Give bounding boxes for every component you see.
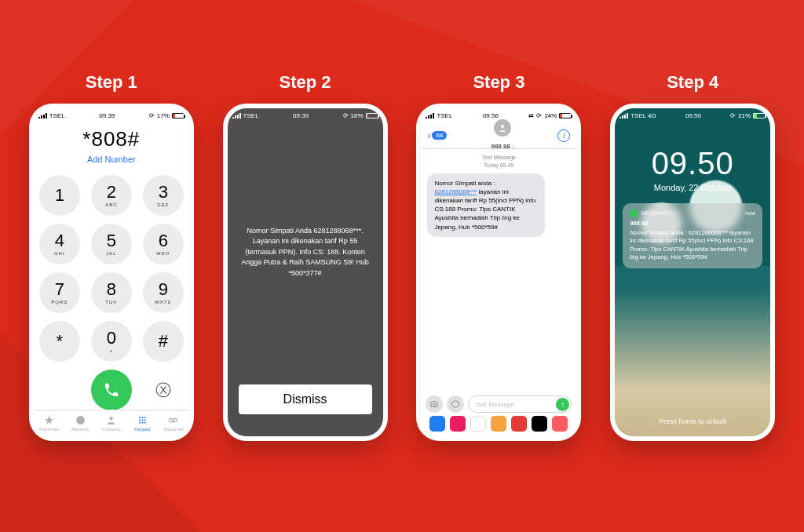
signal-icon [619,113,628,118]
delete-button[interactable]: ⓧ [143,370,184,410]
step-4-label: Step 4 [610,72,775,93]
tab-keypad[interactable]: Keypad [127,410,159,436]
dock-app-2[interactable] [470,416,486,432]
tab-bar: Favorites Recents Contacts Keypad Voicem… [34,410,189,436]
svg-point-0 [110,417,113,420]
tab-contacts[interactable]: Contacts [96,410,127,436]
messages-app-icon [630,210,638,217]
info-button[interactable]: i [557,129,570,142]
status-bar: TSEL 09.39 ⟳17% [34,108,189,122]
tab-voicemail[interactable]: Voicemail [158,410,189,436]
status-bar: TSEL 09.56 ⇄ ⟳24% [421,108,576,122]
svg-point-10 [170,418,173,421]
app-dock [421,414,576,433]
message-input[interactable]: Text Message↑ [468,395,572,413]
unlock-hint: Press home to unlock [615,417,770,425]
dock-app-5[interactable] [532,416,547,432]
key-6[interactable]: 6MNO [143,224,184,264]
svg-point-5 [141,419,143,421]
svg-point-13 [501,125,504,128]
svg-point-14 [433,403,436,406]
svg-point-11 [174,418,177,421]
dialed-number: *808# [34,127,189,151]
battery-icon [366,113,378,118]
svg-point-4 [139,419,141,421]
thread-timestamp: Text MessageToday 09.49 [421,154,576,169]
signal-icon [232,113,241,118]
svg-point-2 [141,417,143,418]
svg-point-1 [139,417,141,418]
key-9[interactable]: 9WXYZ [143,272,184,313]
battery-icon [753,113,766,118]
key-1[interactable]: 1 [39,175,80,216]
battery-icon [559,113,572,118]
svg-point-7 [139,422,141,424]
dock-app-6[interactable] [552,416,568,432]
tab-recents[interactable]: Recents [64,410,96,436]
key-5[interactable]: 5JKL [91,224,132,264]
key-3[interactable]: 3DEF [143,175,184,216]
tab-favorites[interactable]: Favorites [34,410,65,436]
step-2-label: Step 2 [223,72,388,93]
sms-bubble: Nomor Simpati anda : 6281288068*** layan… [427,173,545,237]
phone-step-2: TSEL 09.39 ⟳16% Nomor Simpati Anda 62812… [223,104,388,441]
notification-card[interactable]: MESSAGES now 988 88 Nomor Simpati anda :… [623,203,762,268]
apps-button[interactable] [447,395,464,413]
svg-point-8 [141,422,143,424]
signal-icon [38,113,47,118]
signal-icon [426,113,434,118]
dismiss-button[interactable]: Dismiss [239,384,372,414]
svg-point-9 [144,422,146,424]
phone-step-1: TSEL 09.39 ⟳17% *808# Add Number 12ABC3D… [29,104,194,441]
key-4[interactable]: 4GHI [39,224,80,264]
svg-point-3 [144,417,146,418]
back-button[interactable]: ‹84 [427,130,447,141]
dock-app-4[interactable] [511,416,527,432]
key-#[interactable]: # [143,321,184,362]
status-bar: TSEL 09.39 ⟳16% [228,108,383,122]
phone-step-3: TSEL 09.56 ⇄ ⟳24% ‹84 988 88› i Text Mes… [416,104,581,441]
status-bar: TSEL 4G 09.50 ⟳21% [615,108,770,122]
contact-header[interactable]: 988 88› [491,119,513,151]
battery-icon [172,113,185,118]
phone-step-4: TSEL 4G 09.50 ⟳21% 09.50 Monday, 22 Octo… [610,104,775,441]
call-button[interactable] [91,370,132,410]
add-number-link[interactable]: Add Number [34,155,189,164]
key-0[interactable]: 0+ [91,321,132,362]
key-2[interactable]: 2ABC [91,175,132,216]
lockscreen-time: 09.50 [615,146,770,181]
dock-app-3[interactable] [491,416,506,432]
step-1-label: Step 1 [29,72,194,93]
ussd-message: Nomor Simpati Anda 6281288068***. Layana… [239,226,372,279]
key-8[interactable]: 8TUV [91,272,132,313]
send-button[interactable]: ↑ [556,398,569,411]
dock-app-0[interactable] [429,416,445,432]
svg-point-6 [144,419,146,421]
step-3-label: Step 3 [416,72,581,93]
lockscreen-date: Monday, 22 October [615,183,770,192]
key-*[interactable]: * [39,321,80,362]
dock-app-1[interactable] [450,416,466,432]
key-7[interactable]: 7PQRS [39,272,80,313]
camera-button[interactable] [426,395,443,413]
